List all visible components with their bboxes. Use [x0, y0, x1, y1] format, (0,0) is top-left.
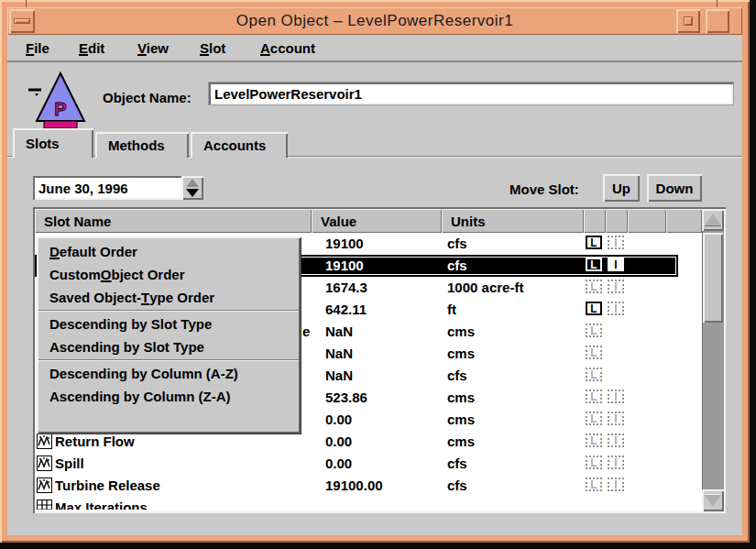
move-slot-up-button[interactable]: Up [603, 174, 640, 202]
window-title: Open Object – LevelPowerReservoir1 [7, 12, 742, 30]
menubar-item-slot[interactable]: Slot [200, 40, 225, 56]
table-row-turbine-release[interactable]: Turbine Release19100.00cfsLI [35, 475, 702, 497]
menubar-item-view[interactable]: View [137, 40, 169, 56]
column-header-flag[interactable] [606, 209, 628, 233]
flag-i-box[interactable]: I [608, 434, 624, 447]
flag-l-box[interactable]: L [586, 434, 602, 447]
series-slot-icon [37, 456, 52, 471]
series-slot-icon [37, 434, 52, 449]
sort-context-menu: Default OrderCustom Object OrderSaved Ob… [37, 236, 301, 434]
flag-l-box[interactable]: L [586, 302, 602, 315]
units-cell: cfs [447, 258, 467, 273]
value-cell: NaN [325, 368, 353, 383]
table-slot-icon [37, 500, 52, 510]
menu-item-descending-by-slot-type[interactable]: Descending by Slot Type [37, 313, 301, 335]
flag-i-box[interactable]: I [608, 456, 624, 469]
column-header-slot-name[interactable]: Slot Name [35, 209, 312, 233]
tab-methods[interactable]: Methods [95, 132, 189, 158]
menubar-item-file[interactable]: File [26, 40, 49, 56]
value-cell: 19100.00 [325, 478, 383, 493]
value-cell: 0.00 [325, 412, 352, 427]
units-cell: ft [447, 302, 456, 317]
units-cell: cms [447, 434, 475, 449]
object-name-label: Object Name: [103, 90, 192, 105]
flag-l-box[interactable]: L [586, 258, 602, 271]
menu-item-ascending-by-column-z-a[interactable]: Ascending by Column (Z-A) [37, 385, 301, 408]
value-cell: 0.00 [325, 434, 352, 449]
menu-separator [38, 359, 299, 361]
scroll-down-icon [705, 495, 721, 507]
spinner-up-icon[interactable] [186, 179, 199, 187]
units-cell: cms [447, 412, 475, 427]
minimize-button[interactable] [676, 9, 700, 33]
value-cell: 642.11 [325, 302, 367, 317]
column-header-flag[interactable] [584, 209, 606, 233]
move-slot-down-button[interactable]: Down [647, 174, 702, 202]
object-name-field[interactable] [209, 82, 733, 104]
value-cell: 19100 [325, 258, 364, 273]
slot-name-cell: Max Iterations [55, 500, 148, 510]
units-cell: cfs [447, 236, 467, 251]
value-cell: 523.86 [325, 390, 367, 405]
menu-separator [38, 310, 299, 312]
column-header-units[interactable]: Units [442, 209, 584, 233]
menu-item-saved-object-type-order[interactable]: Saved Object-Type Order [37, 286, 301, 309]
series-slot-icon [37, 478, 52, 493]
column-header-value[interactable]: Value [312, 209, 442, 233]
flag-l-box[interactable]: L [586, 346, 602, 359]
value-cell: 19100 [325, 236, 364, 251]
flag-l-box[interactable]: L [586, 368, 602, 381]
value-cell: NaN [325, 324, 353, 339]
title-bar[interactable]: Open Object – LevelPowerReservoir1 [7, 7, 742, 35]
value-cell: NaN [325, 346, 353, 361]
maximize-button[interactable] [706, 9, 729, 33]
content-panel: P Object Name: SlotsMethodsAccounts Move… [7, 62, 742, 535]
column-header-flag[interactable] [628, 209, 666, 233]
flag-i-box[interactable]: I [608, 302, 624, 315]
table-row-spill[interactable]: Spill0.00cfsLI [35, 453, 702, 475]
flag-i-box[interactable]: I [608, 280, 624, 293]
units-cell: cfs [447, 368, 467, 383]
flag-l-box[interactable]: L [586, 236, 602, 249]
column-header-flag[interactable] [666, 209, 702, 233]
tab-accounts[interactable]: Accounts [191, 132, 288, 158]
spinner-down-icon[interactable] [186, 189, 199, 197]
slot-name-tail: e [302, 324, 310, 339]
minimize-dot-icon [685, 17, 692, 25]
table-row-max-iterations[interactable]: Max Iterations [35, 497, 702, 510]
timestep-date-field[interactable] [33, 176, 185, 200]
flag-l-box[interactable]: L [586, 280, 602, 293]
scroll-down-button[interactable] [702, 489, 724, 511]
scroll-up-button[interactable] [702, 209, 724, 231]
table-header-row: Slot NameValueUnits [35, 209, 724, 233]
table-row-return-flow[interactable]: Return Flow0.00cmsLI [35, 431, 702, 453]
window-frame: Open Object – LevelPowerReservoir1 FileE… [0, 0, 750, 543]
menubar-item-edit[interactable]: Edit [79, 40, 104, 56]
menubar-item-account[interactable]: Account [260, 40, 315, 56]
units-cell: cms [447, 324, 475, 339]
vertical-scrollbar[interactable] [702, 209, 724, 511]
flag-l-box[interactable]: L [586, 324, 602, 337]
date-spinner[interactable] [181, 176, 203, 200]
tab-slots[interactable]: Slots [13, 128, 93, 158]
scrollbar-thumb[interactable] [703, 233, 723, 323]
menu-item-ascending-by-slot-type[interactable]: Ascending by Slot Type [37, 335, 301, 358]
flag-l-box[interactable]: L [586, 456, 602, 469]
slot-name-cell: Turbine Release [55, 478, 160, 493]
desktop-background [0, 543, 756, 549]
flag-i-box[interactable]: I [608, 478, 624, 491]
flag-i-box[interactable]: I [608, 412, 624, 425]
desktop-background [750, 0, 756, 549]
flag-l-box[interactable]: L [586, 412, 602, 425]
flag-l-box[interactable]: L [586, 478, 602, 491]
menu-item-custom-object-order[interactable]: Custom Object Order [37, 263, 301, 286]
flag-i-box[interactable]: I [608, 236, 624, 249]
flag-i-box[interactable]: I [608, 258, 624, 271]
menu-bar: FileEditViewSlotAccount [7, 35, 742, 62]
menu-item-descending-by-column-a-z[interactable]: Descending by Column (A-Z) [37, 362, 301, 385]
flag-i-box[interactable]: I [608, 390, 624, 403]
units-cell: cms [447, 346, 475, 361]
menu-item-default-order[interactable]: Default Order [37, 240, 301, 263]
svg-text:P: P [54, 99, 66, 119]
flag-l-box[interactable]: L [586, 390, 602, 403]
